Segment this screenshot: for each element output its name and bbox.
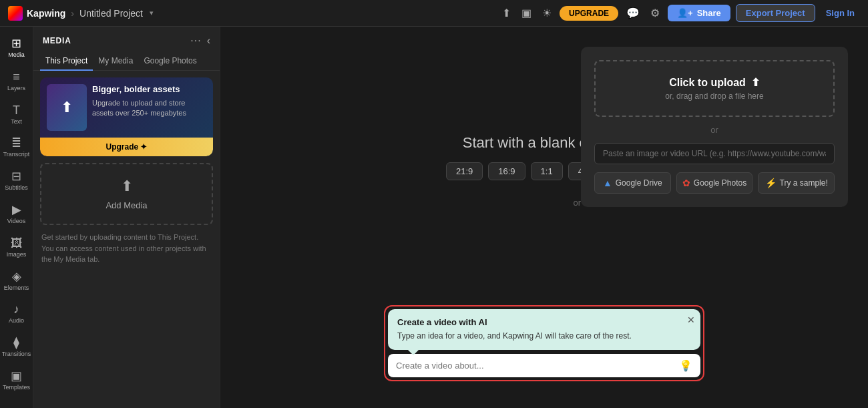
tab-my-media[interactable]: My Media <box>93 52 138 71</box>
brand-name: Kapwing <box>27 8 65 19</box>
nav-item-elements[interactable]: ◈ Elements <box>1 265 32 297</box>
nav-label-videos: Videos <box>7 218 25 225</box>
google-drive-button[interactable]: ▲ Google Drive <box>594 172 671 194</box>
external-btns: ▲ Google Drive ✿ Google Photos ⚡ Try a s… <box>594 172 835 194</box>
share-button[interactable]: 👤+ Share <box>668 5 730 21</box>
add-media-button[interactable]: ⬆ Add Media <box>40 163 213 225</box>
ai-lightbulb-icon[interactable]: 💡 <box>679 359 692 372</box>
upgrade-thumb-image: ⬆ <box>47 84 87 131</box>
ratio-btn-16-9[interactable]: 16:9 <box>488 162 525 180</box>
upload-or: or <box>594 125 835 135</box>
nav-item-audio[interactable]: ♪ Audio <box>1 298 32 330</box>
right-upload-panel: Click to upload ⬆ or, drag and drop a fi… <box>581 47 848 207</box>
settings-icon-btn[interactable]: ⚙ <box>648 4 662 22</box>
main-layout: ⊞ Media ≡ Layers T Text ≣ Transcript ⊟ S… <box>0 27 868 408</box>
nav-item-transcript[interactable]: ≣ Transcript <box>1 132 32 164</box>
upgrade-card: ⬆ Bigger, bolder assets Upgrade to uploa… <box>40 77 213 156</box>
export-button[interactable]: Export Project <box>736 4 815 22</box>
signin-button[interactable]: Sign In <box>821 5 860 21</box>
ratio-btn-21-9[interactable]: 21:9 <box>446 162 483 180</box>
nav-label-subtitles: Subtitles <box>5 184 28 192</box>
panel-tabs: This Project My Media Google Photos <box>33 52 220 71</box>
nav-item-text[interactable]: T Text <box>1 99 32 131</box>
canvas-area: Start with a blank canvas 21:9 16:9 1:1 … <box>220 27 868 408</box>
panel-title: MEDIA <box>43 36 71 45</box>
try-sample-button[interactable]: ⚡ Try a sample! <box>758 172 835 194</box>
panel-header-actions: ··· ‹ <box>190 35 210 47</box>
upgrade-card-title: Bigger, bolder assets <box>92 84 206 95</box>
nav-item-videos[interactable]: ▶ Videos <box>1 198 32 230</box>
project-dropdown-icon[interactable]: ▾ <box>150 9 154 17</box>
nav-label-templates: Templates <box>3 384 30 391</box>
sample-icon: ⚡ <box>765 178 777 188</box>
media-nav-icon: ⊞ <box>11 37 21 49</box>
add-media-label: Add Media <box>105 200 147 210</box>
tab-google-photos[interactable]: Google Photos <box>138 52 202 71</box>
nav-label-audio: Audio <box>9 317 24 325</box>
panel-hint-text: Get started by uploading content to This… <box>40 232 213 265</box>
panel-resize-handle[interactable] <box>217 27 220 408</box>
ai-bubble-title: Create a video with AI <box>397 317 691 327</box>
sample-label: Try a sample! <box>780 178 828 188</box>
url-input[interactable] <box>594 143 835 164</box>
panel-more-button[interactable]: ··· <box>190 35 201 47</box>
nav-label-images: Images <box>7 251 27 258</box>
breadcrumb-separator: › <box>71 8 74 19</box>
elements-nav-icon: ◈ <box>12 270 21 282</box>
ai-input-row: 💡 <box>388 354 700 377</box>
nav-label-layers: Layers <box>7 85 25 92</box>
share-icon: 👤+ <box>677 8 693 18</box>
nav-item-subtitles[interactable]: ⊟ Subtitles <box>1 165 32 197</box>
nav-item-templates[interactable]: ▣ Templates <box>1 365 32 397</box>
share-label: Share <box>697 8 721 18</box>
tab-this-project[interactable]: This Project <box>40 52 93 71</box>
templates-nav-icon: ▣ <box>11 370 22 382</box>
media-panel: MEDIA ··· ‹ This Project My Media Google… <box>33 27 220 408</box>
nav-label-transcript: Transcript <box>3 151 30 158</box>
transitions-nav-icon: ⧫ <box>13 337 19 349</box>
upload-icon-btn[interactable]: ⬆ <box>499 4 513 22</box>
sun-icon-btn[interactable]: ☀ <box>539 4 554 22</box>
google-photos-button[interactable]: ✿ Google Photos <box>676 172 753 194</box>
nav-label-text: Text <box>11 118 22 126</box>
nav-label-transitions: Transitions <box>2 351 31 358</box>
upgrade-card-inner: ⬆ Bigger, bolder assets Upgrade to uploa… <box>40 77 213 138</box>
kapwing-logo-icon <box>8 6 23 21</box>
history-icon-btn[interactable]: ▣ <box>519 4 534 22</box>
nav-label-media: Media <box>8 51 25 59</box>
google-photos-label: Google Photos <box>694 178 746 188</box>
upload-drop-area[interactable]: Click to upload ⬆ or, drag and drop a fi… <box>594 60 835 117</box>
subtitles-nav-icon: ⊟ <box>11 170 21 182</box>
upgrade-button[interactable]: UPGRADE <box>560 6 618 21</box>
nav-item-transitions[interactable]: ⧫ Transitions <box>1 331 32 363</box>
upgrade-card-button[interactable]: Upgrade ✦ <box>40 138 213 156</box>
text-nav-icon: T <box>13 104 20 116</box>
project-name: Untitled Project <box>79 8 143 19</box>
topbar: Kapwing › Untitled Project ▾ ⬆ ▣ ☀ UPGRA… <box>0 0 868 27</box>
panel-header: MEDIA ··· ‹ <box>33 27 220 52</box>
ai-bubble-description: Type an idea for a video, and Kapwing AI… <box>397 331 691 342</box>
panel-collapse-button[interactable]: ‹ <box>207 35 210 47</box>
left-nav: ⊞ Media ≡ Layers T Text ≣ Transcript ⊟ S… <box>0 27 33 408</box>
google-drive-icon: ▲ <box>603 178 612 188</box>
upload-subtitle: or, drag and drop a file here <box>610 91 819 101</box>
ai-bubble-close-button[interactable]: ✕ <box>687 315 695 325</box>
topbar-actions: ⬆ ▣ ☀ UPGRADE 💬 ⚙ 👤+ Share Export Projec… <box>499 4 860 22</box>
nav-item-images[interactable]: 🖼 Images <box>1 232 32 264</box>
nav-item-layers[interactable]: ≡ Layers <box>1 65 32 97</box>
ai-video-input[interactable] <box>396 361 674 371</box>
transcript-nav-icon: ≣ <box>11 137 21 149</box>
upload-title: Click to upload ⬆ <box>610 76 819 89</box>
upgrade-card-description: Upgrade to upload and store assets over … <box>92 98 206 119</box>
upgrade-text-block: Bigger, bolder assets Upgrade to upload … <box>92 84 206 131</box>
upload-icon: ⬆ <box>751 76 760 89</box>
ratio-btn-1-1[interactable]: 1:1 <box>531 162 563 180</box>
or-divider: or <box>573 198 581 208</box>
nav-item-media[interactable]: ⊞ Media <box>1 32 32 64</box>
ai-bubble: ✕ Create a video with AI Type an idea fo… <box>388 309 700 350</box>
comment-icon-btn[interactable]: 💬 <box>624 4 642 22</box>
google-photos-icon: ✿ <box>682 178 690 188</box>
images-nav-icon: 🖼 <box>11 237 23 249</box>
logo: Kapwing <box>8 6 65 21</box>
ai-popup-container: ✕ Create a video with AI Type an idea fo… <box>384 305 704 381</box>
